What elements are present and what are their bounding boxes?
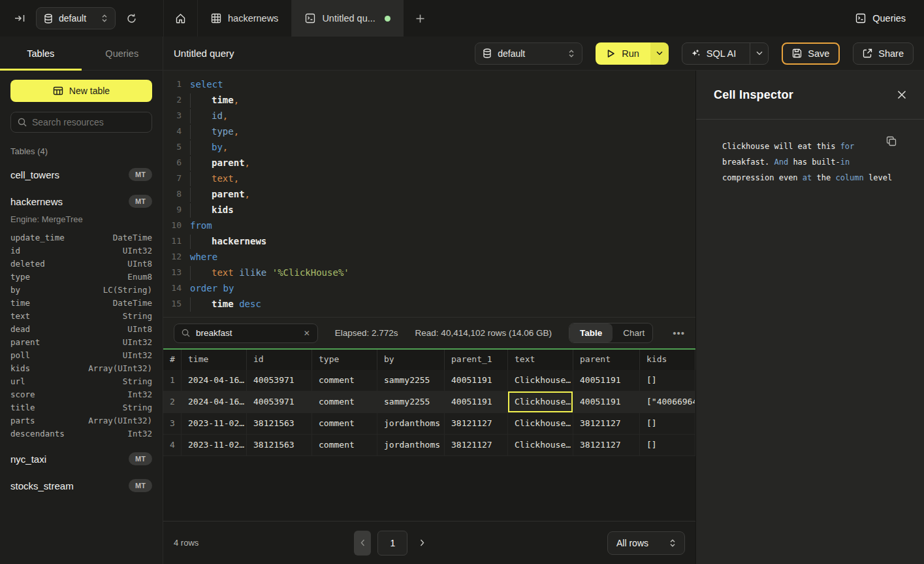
table-cell[interactable]: 40053971: [247, 370, 312, 391]
row-number-cell[interactable]: 1: [163, 370, 182, 391]
table-cell[interactable]: 38121127: [445, 435, 508, 456]
table-cell[interactable]: []: [640, 435, 695, 456]
line-number: 2: [163, 92, 182, 108]
column-header[interactable]: parent: [573, 350, 640, 370]
sidebar-table-item[interactable]: stocks_streamMT: [10, 477, 152, 494]
save-button[interactable]: Save: [782, 42, 840, 65]
column-header[interactable]: kids: [640, 350, 695, 370]
table-cell[interactable]: 40053971: [247, 391, 312, 412]
table-cell[interactable]: 2023-11-02…: [182, 435, 247, 456]
table-cell[interactable]: 38121127: [573, 435, 640, 456]
column-type: DateTime: [113, 297, 152, 310]
table-cell[interactable]: sammy2255: [377, 391, 445, 412]
table-cell[interactable]: []: [640, 370, 695, 391]
table-cell[interactable]: 2024-04-16…: [182, 391, 247, 412]
column-row: parentUInt32: [10, 336, 152, 349]
tab-untitled-query[interactable]: Untitled qu...: [291, 0, 403, 37]
table-cell[interactable]: comment: [312, 370, 377, 391]
column-header[interactable]: parent_1: [445, 350, 508, 370]
more-options-icon[interactable]: •••: [673, 327, 685, 339]
table-cell[interactable]: Clickhouse…: [508, 370, 573, 391]
results-search-input[interactable]: [196, 328, 294, 338]
run-button[interactable]: Run: [596, 42, 650, 65]
table-cell[interactable]: 38121127: [573, 413, 640, 434]
table-cell[interactable]: 40051191: [445, 370, 508, 391]
refresh-icon[interactable]: [126, 13, 137, 24]
table-row[interactable]: 32023-11-02…38121563commentjordanthoms38…: [163, 413, 695, 435]
table-cell[interactable]: []: [640, 413, 695, 434]
clear-search-icon[interactable]: ✕: [304, 329, 310, 338]
column-name: by: [10, 284, 20, 297]
row-number-cell[interactable]: 2: [163, 391, 182, 412]
editor-line: 15time desc: [163, 296, 695, 312]
column-header[interactable]: time: [182, 350, 247, 370]
table-cell[interactable]: jordanthoms: [377, 413, 445, 434]
column-header[interactable]: #: [163, 350, 182, 370]
column-header[interactable]: by: [377, 350, 445, 370]
line-number: 7: [163, 171, 182, 186]
row-number-cell[interactable]: 3: [163, 413, 182, 434]
sql-ai-options-button[interactable]: [750, 43, 768, 64]
column-header[interactable]: type: [312, 350, 377, 370]
next-page-button[interactable]: [420, 539, 424, 546]
indent-guide: [190, 109, 212, 124]
database-selector[interactable]: default: [36, 7, 116, 29]
cell-inspector-panel: Cell Inspector Clickhouse will eat this …: [695, 71, 924, 564]
table-cell[interactable]: 2024-04-16…: [182, 370, 247, 391]
view-tab-table[interactable]: Table: [569, 323, 613, 342]
tab-hackernews[interactable]: hackernews: [197, 0, 291, 37]
table-cell[interactable]: 38121563: [247, 413, 312, 434]
column-header[interactable]: id: [247, 350, 312, 370]
view-tab-chart[interactable]: Chart: [613, 323, 653, 342]
column-type: String: [123, 375, 152, 388]
close-icon[interactable]: [897, 90, 906, 99]
table-cell[interactable]: comment: [312, 391, 377, 412]
table-row[interactable]: 42023-11-02…38121563commentjordanthoms38…: [163, 435, 695, 456]
table-cell[interactable]: jordanthoms: [377, 435, 445, 456]
tab-home[interactable]: [163, 0, 197, 37]
copy-icon[interactable]: [886, 136, 897, 146]
table-cell[interactable]: 2023-11-02…: [182, 413, 247, 434]
plus-icon: [415, 14, 425, 24]
table-cell[interactable]: 40051191: [445, 391, 508, 412]
table-row[interactable]: 22024-04-16…40053971commentsammy22554005…: [163, 391, 695, 413]
elapsed-stat: Elapsed: 2.772s: [335, 328, 398, 338]
table-cell[interactable]: comment: [312, 435, 377, 456]
sidebar-table-item[interactable]: cell_towersMT: [10, 166, 152, 183]
table-cell[interactable]: Clickhouse…: [508, 435, 573, 456]
run-options-button[interactable]: [650, 42, 669, 65]
results-search[interactable]: ✕: [174, 323, 318, 343]
collapse-sidebar-icon[interactable]: [14, 13, 25, 24]
new-tab-button[interactable]: [404, 0, 437, 37]
share-button[interactable]: Share: [853, 42, 914, 65]
table-cell[interactable]: 38121127: [445, 413, 508, 434]
sql-ai-button[interactable]: SQL AI: [682, 43, 744, 64]
sidebar-table-item[interactable]: hackernewsMT: [10, 193, 152, 210]
column-header[interactable]: text: [508, 350, 573, 370]
sidebar-search[interactable]: [10, 112, 152, 133]
table-cell[interactable]: sammy2255: [377, 370, 445, 391]
column-name: time: [10, 297, 30, 310]
table-cell[interactable]: 40051191: [573, 391, 640, 412]
selected-table-cell[interactable]: Clickhouse…: [508, 391, 573, 412]
sidebar-tab-queries[interactable]: Queries: [82, 37, 163, 70]
table-cell[interactable]: comment: [312, 413, 377, 434]
new-table-button[interactable]: New table: [10, 80, 152, 102]
row-number-cell[interactable]: 4: [163, 435, 182, 456]
table-cell[interactable]: 40051191: [573, 370, 640, 391]
page-size-selector[interactable]: All rows: [607, 531, 685, 555]
column-row: scoreInt32: [10, 388, 152, 401]
table-cell[interactable]: 38121563: [247, 435, 312, 456]
new-table-label: New table: [69, 86, 110, 96]
search-resources-input[interactable]: [32, 117, 145, 127]
sidebar-tab-tables[interactable]: Tables: [0, 37, 82, 70]
sql-editor[interactable]: 1select2time,3id,4type,5by,6parent,7text…: [163, 71, 695, 317]
query-database-selector[interactable]: default: [475, 42, 582, 65]
table-row[interactable]: 12024-04-16…40053971commentsammy22554005…: [163, 370, 695, 391]
table-cell[interactable]: ["40066964…: [640, 391, 695, 412]
table-cell[interactable]: Clickhouse…: [508, 413, 573, 434]
queries-link[interactable]: Queries: [855, 0, 924, 37]
sidebar-table-item[interactable]: nyc_taxiMT: [10, 450, 152, 467]
previous-page-button[interactable]: [354, 531, 371, 556]
page-number-input[interactable]: 1: [377, 531, 407, 556]
